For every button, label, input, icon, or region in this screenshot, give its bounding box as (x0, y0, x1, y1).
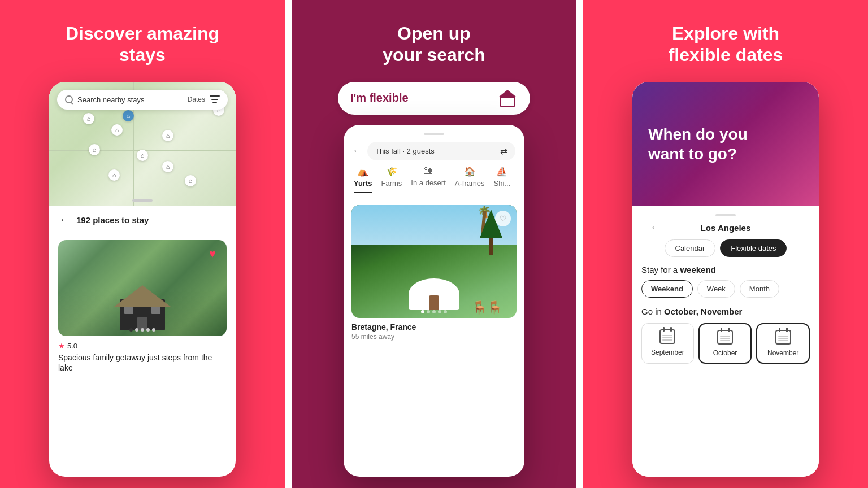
separator-2 (576, 0, 583, 488)
property-title: Spacious family getaway just steps from … (58, 352, 227, 373)
heart-button[interactable]: ♥ (204, 246, 221, 263)
city-title: Los Angeles (701, 223, 751, 233)
ship-icon: ⛵ (496, 166, 507, 177)
panel2-title: Open upyour search (383, 23, 485, 66)
desert-icon: 🏜 (424, 166, 433, 176)
listing-card[interactable]: 🌴 🪑🪑 ♡ (344, 199, 524, 477)
month-name: November (767, 349, 798, 357)
star-icon: ★ (58, 342, 65, 350)
map-pin-active[interactable] (123, 110, 134, 121)
yurt-icon: ⛺ (357, 166, 368, 177)
back-arrow[interactable]: ← (650, 223, 659, 233)
yurt-door (429, 295, 439, 310)
category-farms[interactable]: 🌾 Farms (381, 166, 402, 193)
panel-search: Open upyour search I'm flexible ← This f… (292, 0, 576, 488)
listing-info: Bretagne, France 55 miles away (351, 323, 517, 341)
carousel-dot (421, 310, 424, 313)
map-pin[interactable] (185, 175, 196, 186)
calendar-toggle: Calendar Flexible dates (641, 239, 810, 257)
week-button[interactable]: Week (697, 280, 735, 298)
category-desert[interactable]: 🏜 In a desert (411, 166, 445, 193)
calendar-button[interactable]: Calendar (665, 239, 716, 257)
map-pin[interactable] (89, 144, 100, 155)
cat-label: Farms (381, 179, 402, 188)
map-pin[interactable] (137, 150, 148, 161)
category-yurts[interactable]: ⛺ Yurts (354, 166, 372, 193)
panel-discover: Discover amazingstays Search ne (0, 0, 285, 488)
heart-icon: ♥ (209, 247, 216, 260)
category-more[interactable]: ⛵ Shi... (494, 166, 511, 193)
month-card-september[interactable]: September (641, 323, 694, 364)
panel3-title: Explore withflexible dates (669, 23, 783, 66)
phone3-body: ← Los Angeles Calendar Flexible dates St… (632, 206, 819, 477)
rating-value: 5.0 (67, 342, 77, 350)
property-image: ♥ (58, 240, 227, 336)
month-cards: September October (641, 323, 810, 364)
carousel-dot (427, 310, 430, 313)
home-icon (497, 90, 518, 107)
category-tabs: ⛺ Yurts 🌾 Farms 🏜 In a desert 🏠 A-frames… (353, 166, 515, 199)
listing-distance: 55 miles away (351, 333, 517, 341)
drag-pill (132, 199, 153, 202)
carousel-dot (146, 328, 150, 332)
map-pin[interactable] (83, 113, 94, 124)
carousel-dot (444, 310, 447, 313)
drag-pill (715, 214, 736, 216)
places-count-row: ← 192 places to stay (49, 206, 236, 234)
back-arrow[interactable]: ← (59, 214, 70, 226)
month-card-october[interactable]: October (698, 323, 752, 364)
yurt-shape (409, 278, 459, 310)
carousel-dot (152, 328, 155, 332)
carousel-dot (438, 310, 441, 313)
flexible-label: I'm flexible (350, 91, 409, 104)
listing-image: 🌴 🪑🪑 ♡ (351, 205, 517, 318)
carousel-dot (135, 328, 138, 332)
carousel-dot (432, 310, 436, 313)
property-card[interactable]: ♥ ★ 5.0 Spacious family getaway just ste… (49, 234, 236, 477)
search-icon (65, 95, 73, 103)
drag-pill (424, 133, 444, 135)
listing-location: Bretagne, France (351, 323, 517, 332)
weekend-button[interactable]: Weekend (641, 280, 693, 298)
carousel-dot (141, 328, 144, 332)
phone-mockup-3: When do youwant to go? ← Los Angeles Cal… (632, 82, 819, 477)
back-arrow[interactable]: ← (353, 146, 362, 156)
go-in-label: Go in October, November (641, 307, 810, 316)
stay-duration: weekend (680, 265, 715, 274)
carousel-dot (129, 328, 133, 332)
aframe-icon: 🏠 (464, 166, 475, 177)
stay-for-label: Stay for a weekend (641, 265, 810, 274)
flexible-dates-button[interactable]: Flexible dates (720, 239, 787, 257)
category-aframes[interactable]: 🏠 A-frames (455, 166, 485, 193)
month-name: October (713, 349, 737, 357)
phone-mockup-2: ← This fall · 2 guests ⇄ ⛺ Yurts 🌾 Farms… (344, 125, 524, 477)
filter-icon[interactable] (210, 95, 220, 103)
dates-label: Dates (188, 95, 205, 103)
panel-flexible-dates: Explore withflexible dates When do youwa… (583, 0, 868, 488)
month-button[interactable]: Month (740, 280, 779, 298)
search-pill[interactable]: This fall · 2 guests ⇄ (367, 142, 515, 160)
map-pin[interactable] (162, 130, 173, 141)
calendar-icon (717, 330, 733, 345)
flexible-search-bar[interactable]: I'm flexible (338, 82, 530, 115)
rating-row: ★ 5.0 (58, 342, 227, 350)
search-input[interactable]: Search nearby stays (77, 95, 188, 104)
separator-1 (285, 0, 292, 488)
search-text: This fall · 2 guests (375, 147, 435, 155)
go-in-months: October, November (664, 307, 742, 316)
phone3-nav: ← Los Angeles (641, 223, 810, 233)
phone2-top: ← This fall · 2 guests ⇄ ⛺ Yurts 🌾 Farms… (344, 125, 524, 199)
panel1-title: Discover amazingstays (66, 23, 219, 66)
calendar-icon (775, 330, 791, 345)
filter-button[interactable]: ⇄ (500, 146, 507, 156)
map-pin[interactable] (162, 161, 173, 172)
places-count: 192 places to stay (76, 215, 149, 225)
month-card-november[interactable]: November (756, 323, 810, 364)
heart-button[interactable]: ♡ (495, 211, 511, 226)
map-pin[interactable] (111, 124, 123, 136)
map-pin[interactable] (108, 169, 120, 181)
search-bar[interactable]: Search nearby stays Dates (57, 90, 228, 110)
duration-buttons: Weekend Week Month (641, 280, 810, 298)
when-title: When do youwant to go? (648, 124, 748, 164)
cat-label: A-frames (455, 179, 485, 188)
